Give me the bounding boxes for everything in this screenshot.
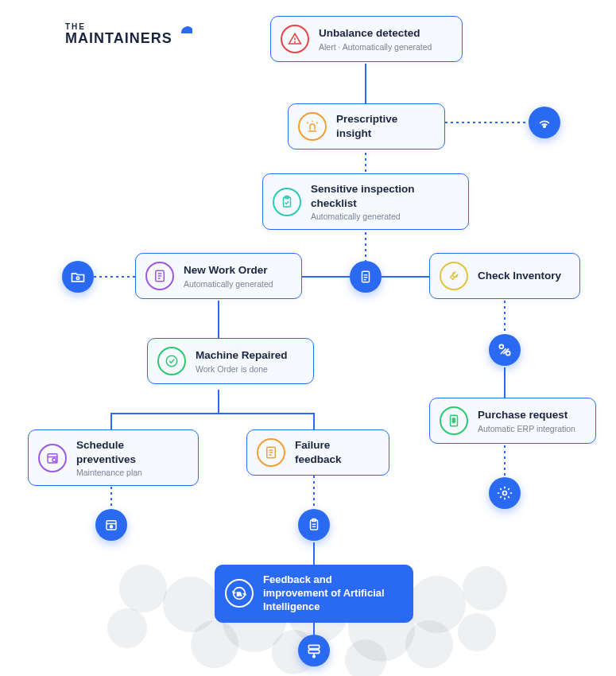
svg-text:IA: IA: [237, 592, 242, 596]
svg-point-35: [544, 126, 546, 128]
card-unbalance-detected: Unbalance detected Alert · Automatically…: [270, 16, 463, 62]
card-title: Check Inventory: [478, 269, 561, 283]
svg-point-6: [463, 566, 507, 611]
svg-point-47: [499, 344, 503, 348]
card-title: Failure feedback: [295, 438, 376, 466]
card-title: Unbalance detected: [319, 26, 432, 41]
svg-point-49: [166, 355, 177, 367]
svg-point-48: [506, 352, 510, 355]
card-check-inventory: Check Inventory: [429, 253, 580, 299]
card-checklist: Sensitive inspection checklist Automatic…: [262, 173, 469, 230]
card-failure-feedback: Failure feedback: [246, 429, 389, 476]
svg-point-46: [76, 277, 79, 279]
tools-badge: [489, 334, 521, 366]
brand-glyph-icon: [179, 24, 195, 40]
card-prescriptive-insight: Prescriptive insight: [288, 103, 445, 150]
card-title: Purchase request: [478, 408, 575, 422]
svg-point-72: [313, 655, 316, 658]
card-purchase-request: $ Purchase request Automatic ERP integra…: [429, 398, 596, 444]
gear-badge: [489, 477, 521, 509]
svg-rect-70: [308, 650, 319, 653]
tools-icon: [497, 342, 513, 358]
card-title: Machine Repaired: [196, 348, 288, 363]
card-subtitle: Work Order is done: [196, 364, 288, 374]
svg-point-5: [409, 576, 466, 633]
svg-point-0: [119, 565, 167, 612]
svg-text:$: $: [452, 418, 455, 423]
card-subtitle: Automatically generated: [184, 279, 273, 289]
ai-icon: IA: [225, 579, 254, 608]
card-title: Feedback and improvement of Artificial I…: [263, 573, 398, 614]
svg-point-11: [405, 620, 453, 668]
server-badge: [298, 635, 330, 666]
calendar-badge: [95, 509, 127, 541]
brand-line2: MAINTAINERS: [65, 31, 172, 47]
feedback-icon: [257, 438, 285, 467]
svg-line-34: [316, 122, 318, 124]
svg-line-33: [307, 122, 308, 124]
settings-folder-badge: [62, 261, 94, 293]
document-icon: [358, 270, 373, 284]
server-icon: [306, 643, 322, 659]
svg-point-12: [458, 613, 496, 651]
card-title: Schedule preventives: [76, 438, 185, 466]
signal-icon: [537, 115, 552, 130]
card-title: Prescriptive insight: [336, 112, 432, 140]
card-subtitle: Alert · Automatically generated: [319, 42, 432, 52]
card-schedule-preventives: Schedule preventives Maintenance plan: [28, 429, 199, 486]
svg-point-8: [191, 620, 238, 668]
svg-point-52: [503, 491, 507, 495]
svg-point-1: [163, 577, 219, 632]
clipboard-badge: [298, 509, 330, 541]
folder-gear-icon: [70, 269, 86, 285]
card-title: Sensitive inspection checklist: [311, 182, 455, 210]
svg-point-7: [107, 608, 147, 648]
svg-point-30: [295, 41, 296, 42]
calendar-search-icon: [38, 444, 67, 472]
clipboard-icon: [273, 188, 301, 216]
workorder-icon: [145, 262, 174, 290]
sensor-badge: [529, 107, 560, 138]
card-ai-feedback: IA Feedback and improvement of Artificia…: [215, 565, 413, 623]
alert-icon: [281, 25, 309, 53]
card-title: New Work Order: [184, 263, 273, 278]
card-subtitle: Maintenance plan: [76, 468, 185, 477]
clipboard-list-icon: [307, 518, 321, 532]
siren-icon: [298, 112, 327, 141]
wrench-icon: [440, 262, 468, 290]
calendar-icon: [104, 518, 118, 532]
card-machine-repaired: Machine Repaired Work Order is done: [147, 338, 314, 384]
svg-rect-69: [308, 645, 319, 648]
document-badge: [350, 261, 382, 293]
svg-point-10: [345, 639, 386, 676]
invoice-icon: $: [440, 406, 468, 435]
card-subtitle: Automatic ERP integration: [478, 424, 575, 433]
brand-logo: THE MAINTAINERS: [65, 22, 172, 47]
card-new-work-order: New Work Order Automatically generated: [135, 253, 302, 299]
checkmark-icon: [157, 347, 186, 375]
svg-point-59: [110, 526, 113, 528]
gear-icon: [497, 485, 513, 501]
card-subtitle: Automatically generated: [311, 212, 455, 221]
